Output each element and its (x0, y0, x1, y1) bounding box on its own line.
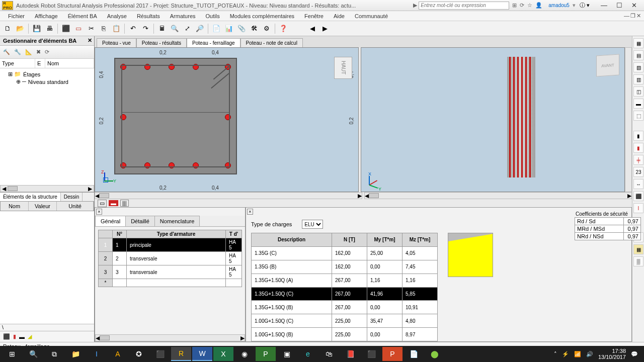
next-icon[interactable]: ▶ (319, 23, 331, 34)
tray-power-icon[interactable]: ⚡ (562, 351, 569, 357)
3d-view[interactable]: AVANT X Y (361, 47, 625, 192)
side-tool-6[interactable]: ▬ (633, 99, 643, 109)
options-icon[interactable]: 🛠 (249, 23, 260, 34)
task-app7[interactable]: ⬛ (361, 347, 381, 361)
task-chrome[interactable]: ◉ (234, 347, 255, 361)
side-tool-7[interactable]: ⬚ (633, 111, 643, 121)
tab-nomenclature[interactable]: Nomenclature (154, 216, 200, 226)
vscroll-3d[interactable] (625, 47, 632, 192)
mdi-close[interactable]: ✕ (636, 13, 641, 19)
tray-wifi-icon[interactable]: 📶 (574, 351, 581, 357)
help-toolbar-icon[interactable]: ❓ (278, 23, 289, 34)
save-icon[interactable]: 💾 (31, 23, 42, 34)
tool4-icon[interactable]: ✖ (36, 49, 41, 55)
charges-table[interactable]: Description N [T] My [T*m] Mz [T*m] 1.35… (251, 233, 438, 341)
side-tool-3[interactable]: ▧ (633, 62, 643, 72)
menu-armatures[interactable]: Armatures (165, 12, 201, 20)
panel-close-icon[interactable]: ✕ (88, 37, 92, 44)
side-tool-5[interactable]: ◫ (633, 86, 643, 97)
clip-icon[interactable]: 📎 (236, 23, 247, 34)
task-app8[interactable]: 📄 (404, 347, 424, 361)
armature-hscroll[interactable]: ◀▶ (95, 334, 245, 341)
user-name[interactable]: amadou5 (545, 3, 573, 8)
side-tool-9[interactable]: ▮ (633, 143, 643, 153)
report-icon[interactable]: 📊 (223, 23, 234, 34)
tool5-icon[interactable]: ⟳ (45, 49, 49, 55)
view-mode-box[interactable]: ▭ (98, 200, 107, 207)
menu-affichage[interactable]: Affichage (30, 12, 63, 20)
armature-table[interactable]: N°Type d'armatureT d' 11principaleHA 5 2… (98, 230, 242, 287)
menu-fichier[interactable]: Fichier (3, 12, 30, 20)
user-icon[interactable]: 👤 (535, 2, 542, 9)
menu-aide[interactable]: Aide (329, 12, 350, 20)
side-tool-13[interactable]: ⬛ (633, 191, 643, 201)
hammer-icon[interactable]: 🔨 (3, 49, 10, 55)
side-tool-16[interactable]: ▦ (633, 244, 643, 254)
tab-dessin[interactable]: Dessin (61, 193, 83, 201)
menu-analyse[interactable]: Analyse (102, 12, 132, 20)
task-search[interactable]: 🔍 (23, 347, 43, 361)
tab-poteau-resultats[interactable]: Poteau - résultats (136, 38, 187, 47)
tab-general[interactable]: Général (95, 216, 126, 226)
menu-resultats[interactable]: Résultats (132, 12, 165, 20)
search-play-icon[interactable]: ▶ (412, 2, 419, 9)
side-tool-8[interactable]: ▮ (633, 131, 643, 141)
task-app6[interactable]: 📕 (340, 347, 360, 361)
task-store[interactable]: 🛍 (319, 347, 339, 361)
tray-volume-icon[interactable]: 🔊 (586, 351, 593, 357)
menu-modules[interactable]: Modules complémentaires (225, 12, 299, 20)
cut-icon[interactable]: ✂ (86, 23, 97, 34)
menu-element-ba[interactable]: Élément BA (63, 12, 102, 20)
task-app3[interactable]: ✪ (129, 347, 149, 361)
view-mode-red[interactable]: ▬ (109, 200, 118, 206)
tree-hscroll[interactable]: ◀▶ (0, 185, 94, 192)
zoom-window-icon[interactable]: 🔍 (169, 23, 180, 34)
lower-grid-body[interactable] (0, 211, 94, 324)
prev-icon[interactable]: ◀ (307, 23, 318, 34)
menu-communaute[interactable]: Communauté (350, 12, 393, 20)
maximize-button[interactable]: ☐ (616, 2, 622, 9)
rebar-icon[interactable]: ⚙ (261, 23, 272, 34)
calc-icon[interactable]: 🖩 (156, 23, 168, 34)
task-app4[interactable]: ⬛ (150, 347, 170, 361)
undo-icon[interactable]: ↶ (127, 23, 138, 34)
tree-body[interactable]: ⊞ 📁 Étages ⊕ ─ Niveau standard (0, 68, 94, 185)
tray-up-icon[interactable]: ˄ (554, 351, 557, 357)
hscroll-right[interactable]: ◀▶ (364, 192, 632, 199)
section-view[interactable]: 0,2 0,4 0,2 0,4 0,2 0,4 0,2 0,4 HAUT Z Y (95, 47, 359, 192)
menu-outils[interactable]: Outils (201, 12, 225, 20)
mdi-restore[interactable]: ❐ (630, 13, 635, 19)
section-icon[interactable]: ⬛ (60, 23, 71, 34)
help-icon[interactable]: ⓘ ▾ (576, 2, 594, 9)
task-app5[interactable]: ▣ (277, 347, 297, 361)
side-tool-10[interactable]: ╪ (633, 155, 643, 165)
sync-icon[interactable]: ⟳ (520, 2, 524, 9)
task-word[interactable]: W (192, 347, 212, 361)
close-button[interactable]: ✕ (631, 2, 637, 9)
armature-close[interactable]: × (96, 209, 102, 215)
foot-icon-1[interactable]: ⬛ (3, 333, 10, 340)
charges-select[interactable]: ELU (302, 220, 323, 229)
task-project[interactable]: P (256, 347, 276, 361)
task-camtasia[interactable]: ⬤ (425, 347, 445, 361)
task-explorer[interactable]: 📁 (65, 347, 86, 361)
hscroll-left[interactable]: ◀▶ (95, 192, 362, 199)
zoom-extents-icon[interactable]: ⤢ (182, 23, 193, 34)
minimize-button[interactable]: — (601, 2, 607, 9)
paste-icon[interactable]: 📋 (111, 23, 122, 34)
side-tool-2[interactable]: ▤ (633, 50, 643, 60)
view-cube[interactable]: AVANT (596, 54, 619, 76)
open-icon[interactable]: 📂 (15, 23, 26, 34)
task-view[interactable]: ⧉ (44, 347, 64, 361)
new-icon[interactable]: 🗋 (2, 23, 13, 34)
tool3-icon[interactable]: 📐 (25, 49, 32, 55)
tray-notifications-icon[interactable]: 💬 (631, 351, 638, 357)
tool2-icon[interactable]: 🔧 (14, 49, 21, 55)
tree-root[interactable]: ⊞ 📁 Étages (2, 70, 92, 78)
tab-detaille[interactable]: Détaillé (125, 216, 155, 226)
charges-close[interactable]: × (247, 209, 253, 215)
task-app1[interactable]: I (87, 347, 107, 361)
tree-child[interactable]: ⊕ ─ Niveau standard (2, 78, 92, 85)
task-app2[interactable]: A (108, 347, 128, 361)
tab-poteau-ferraillage[interactable]: Poteau - ferraillage (187, 38, 240, 47)
